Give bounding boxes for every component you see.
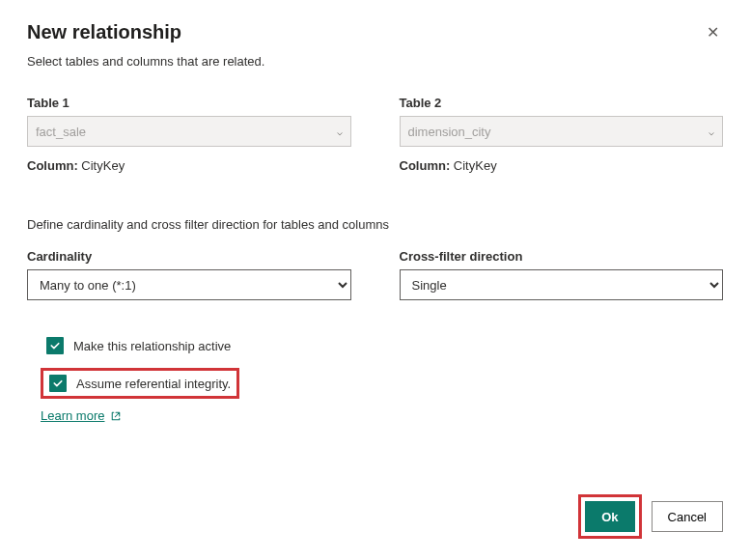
checkmark-icon xyxy=(46,337,64,354)
table2-dropdown[interactable]: dimension_city ⌵ xyxy=(400,116,724,147)
table1-label: Table 1 xyxy=(27,96,351,110)
checkbox-assume-referential[interactable]: Assume referential integrity. xyxy=(41,368,239,399)
ok-button[interactable]: Ok xyxy=(585,501,634,532)
ok-button-highlight: Ok xyxy=(578,494,641,539)
table1-dropdown[interactable]: fact_sale ⌵ xyxy=(27,116,351,147)
checkbox-referential-label: Assume referential integrity. xyxy=(76,377,231,391)
table2-column: Column: CityKey xyxy=(400,158,724,173)
table1-value: fact_sale xyxy=(36,125,86,139)
crossfilter-label: Cross-filter direction xyxy=(400,249,724,264)
cancel-button[interactable]: Cancel xyxy=(652,501,723,532)
external-link-icon xyxy=(110,410,122,422)
dialog-title: New relationship xyxy=(27,21,181,43)
table2-label: Table 2 xyxy=(400,96,724,110)
table2-value: dimension_city xyxy=(408,125,491,139)
checkmark-icon xyxy=(49,375,67,392)
table1-column: Column: CityKey xyxy=(27,158,351,173)
cardinality-section-text: Define cardinality and cross filter dire… xyxy=(27,217,723,232)
chevron-down-icon: ⌵ xyxy=(337,126,343,137)
cardinality-label: Cardinality xyxy=(27,249,351,264)
close-icon[interactable]: ✕ xyxy=(703,21,723,44)
learn-more-link[interactable]: Learn more xyxy=(41,408,122,423)
chevron-down-icon: ⌵ xyxy=(708,126,714,137)
dialog-subtitle: Select tables and columns that are relat… xyxy=(27,54,723,69)
checkbox-make-active[interactable]: Make this relationship active xyxy=(41,333,236,358)
checkbox-active-label: Make this relationship active xyxy=(73,339,231,353)
crossfilter-select[interactable]: Single xyxy=(400,269,724,300)
cardinality-select[interactable]: Many to one (*:1) xyxy=(27,269,351,300)
